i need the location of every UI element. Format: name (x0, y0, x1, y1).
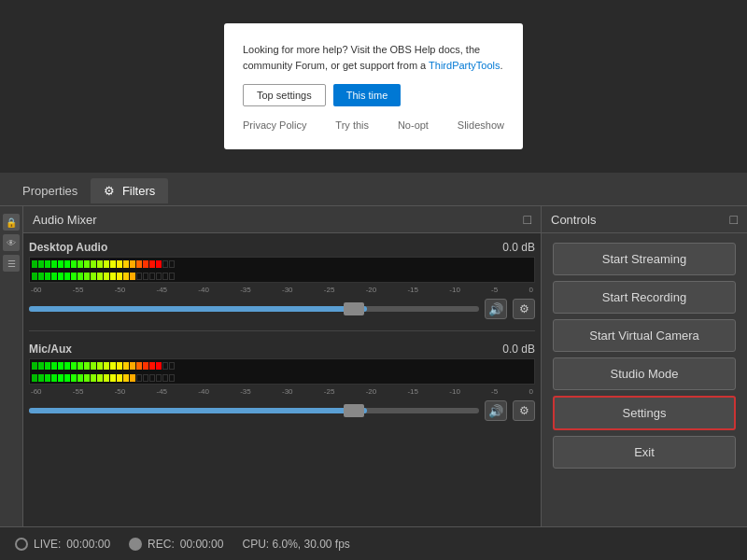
vu-seg (71, 273, 77, 280)
channel-divider (29, 330, 535, 331)
dialog-link[interactable]: ThirdPartyTools (429, 60, 500, 71)
vu-seg-empty (136, 374, 142, 382)
rec-label: REC: (148, 538, 175, 551)
tab-filters[interactable]: ⚙ Filters (91, 178, 168, 203)
controls-panel: Controls □ Start Streaming Start Recordi… (542, 206, 747, 526)
start-recording-button[interactable]: Start Recording (553, 281, 736, 314)
tab-filters-label: Filters (122, 184, 155, 198)
vu-seg (117, 374, 122, 382)
start-virtual-camera-button[interactable]: Start Virtual Camera (553, 319, 736, 352)
desktop-audio-name: Desktop Audio (29, 241, 107, 254)
cpu-fps-status: CPU: 6.0%, 30.00 fps (242, 538, 349, 551)
vu-seg-empty (169, 362, 175, 370)
mic-aux-name: Mic/Aux (29, 343, 72, 356)
lock-icon[interactable]: 🔒 (3, 214, 20, 231)
vu-seg (123, 260, 129, 268)
vu-seg (45, 374, 50, 382)
vu-seg (32, 362, 37, 370)
vu-seg (149, 362, 155, 370)
vu-seg (97, 260, 103, 268)
vu-seg (156, 260, 162, 268)
tab-properties-label: Properties (22, 184, 78, 198)
vu-seg (58, 374, 63, 382)
vu-seg-empty (136, 273, 142, 280)
vu-seg (84, 362, 90, 370)
dialog-body: Looking for more help? Visit the OBS Hel… (243, 42, 504, 73)
vu-seg (51, 273, 57, 280)
vu-seg (64, 362, 70, 370)
vu-seg (38, 362, 44, 370)
dialog-secondary-button[interactable]: Top settings (243, 84, 326, 106)
studio-mode-button[interactable]: Studio Mode (553, 357, 736, 390)
vu-seg-empty (143, 374, 148, 382)
mic-vu-segments-bottom (32, 374, 532, 382)
vu-seg (136, 362, 142, 370)
vu-seg (51, 260, 57, 268)
vu-seg (38, 260, 44, 268)
mic-aux-mute-button[interactable]: 🔊 (485, 400, 507, 421)
vu-seg (110, 362, 116, 370)
vu-seg-empty (169, 273, 175, 280)
vu-seg (38, 273, 44, 280)
audio-mixer-expand-button[interactable]: □ (524, 212, 531, 227)
vu-seg (149, 260, 155, 268)
vu-seg (110, 260, 116, 268)
vu-seg (110, 273, 116, 280)
vu-seg (117, 362, 122, 370)
preview-area: Looking for more help? Visit the OBS Hel… (0, 0, 747, 173)
vu-seg (64, 273, 70, 280)
vu-seg (117, 260, 122, 268)
gear-icon: ⚙ (519, 404, 529, 417)
tab-properties[interactable]: Properties (9, 178, 91, 203)
vu-seg (45, 273, 50, 280)
vu-seg (143, 362, 148, 370)
footer-try: Try this (335, 119, 369, 131)
vu-seg (97, 273, 103, 280)
mic-aux-settings-button[interactable]: ⚙ (513, 400, 535, 421)
vu-seg (91, 260, 96, 268)
exit-button[interactable]: Exit (553, 436, 736, 469)
desktop-audio-mute-button[interactable]: 🔊 (485, 299, 507, 319)
live-indicator (15, 538, 28, 551)
dialog-primary-button[interactable]: This time (333, 84, 402, 106)
fader-thumb[interactable] (344, 302, 364, 315)
fader-fill (29, 306, 367, 312)
vu-seg (64, 374, 70, 382)
desktop-audio-settings-button[interactable]: ⚙ (513, 299, 535, 319)
vu-seg (117, 273, 122, 280)
footer-privacy: Privacy Policy (243, 119, 306, 131)
vu-seg-empty (169, 260, 175, 268)
vu-seg (110, 374, 116, 382)
vu-seg-empty (156, 273, 162, 280)
rec-time: 00:00:00 (180, 538, 224, 551)
vu-seg (32, 273, 37, 280)
mic-aux-channel: Mic/Aux 0.0 dB (29, 343, 535, 421)
main-content: 🔒 👁 ☰ Audio Mixer □ Desktop Audio 0.0 dB (0, 206, 747, 526)
desktop-audio-header: Desktop Audio 0.0 dB (29, 241, 535, 254)
desktop-audio-scale: -60 -55 -50 -45 -40 -35 -30 -25 -20 -15 … (29, 286, 535, 294)
desktop-audio-channel: Desktop Audio 0.0 dB (29, 241, 535, 319)
controls-expand-button[interactable]: □ (730, 212, 738, 227)
vu-seg (51, 362, 57, 370)
cpu-fps-text: CPU: 6.0%, 30.00 fps (242, 538, 349, 551)
start-streaming-button[interactable]: Start Streaming (553, 243, 736, 275)
settings-button[interactable]: Settings (553, 396, 736, 430)
eye-icon[interactable]: 👁 (3, 234, 20, 251)
vu-seg-empty (162, 362, 168, 370)
vu-seg (45, 260, 50, 268)
vu-seg-empty (156, 374, 162, 382)
vu-seg (78, 374, 83, 382)
speaker-icon: 🔊 (488, 404, 503, 418)
rec-status: REC: 00:00:00 (129, 538, 223, 551)
desktop-audio-fader[interactable] (29, 306, 479, 312)
vu-seg (84, 260, 90, 268)
mic-vu-segments (32, 362, 532, 370)
vu-seg (104, 260, 109, 268)
audio-mixer-panel: Audio Mixer □ Desktop Audio 0.0 dB (23, 206, 542, 526)
mic-aux-fader[interactable] (29, 408, 479, 413)
vu-seg (84, 374, 90, 382)
live-time: 00:00:00 (66, 538, 110, 551)
fader-thumb[interactable] (344, 404, 364, 417)
layer-icon[interactable]: ☰ (3, 255, 20, 272)
vu-seg-empty (143, 273, 148, 280)
